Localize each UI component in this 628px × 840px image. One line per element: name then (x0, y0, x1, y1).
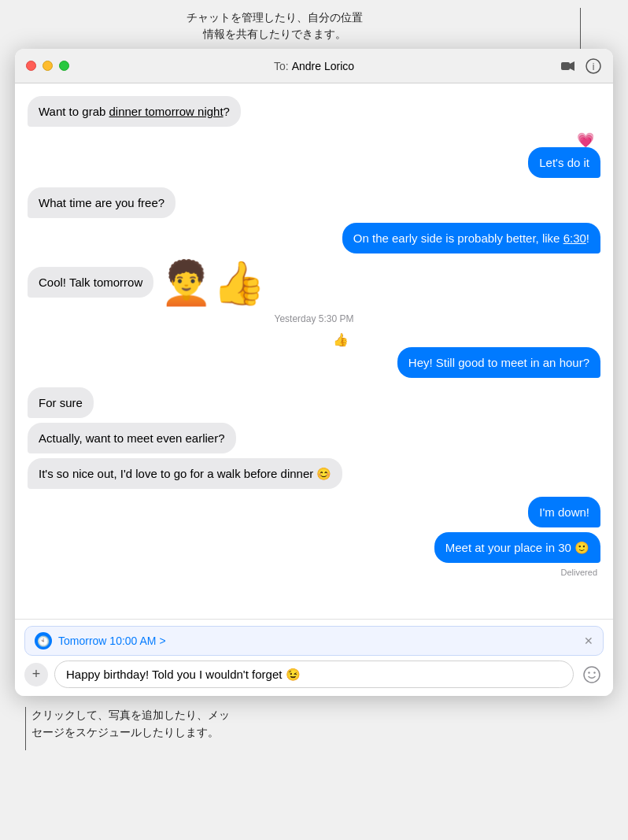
titlebar: To: Andre Lorico i (15, 49, 613, 83)
svg-text:i: i (593, 61, 595, 72)
message-row: Let's do it (28, 147, 600, 178)
message-row: On the early side is probably better, li… (28, 223, 600, 253)
messages-window: To: Andre Lorico i Want to grab dinn (15, 49, 613, 696)
message-row: Cool! Talk tomorrow 🧑‍🦱👍 (28, 261, 600, 298)
message-row: For sure (28, 387, 600, 418)
scheduled-close-button[interactable]: ✕ (584, 635, 593, 647)
scheduled-clock-icon: 🕙 (35, 632, 52, 649)
message-bubble: It's so nice out, I'd love to go for a w… (28, 458, 342, 489)
titlebar-actions: i (560, 57, 602, 75)
message-input[interactable] (54, 661, 574, 688)
video-call-button[interactable] (560, 57, 577, 75)
message-bubble: I'm down! (528, 497, 600, 527)
reaction-emoji: 👍 (333, 332, 349, 347)
traffic-lights (26, 61, 69, 71)
message-bubble: Hey! Still good to meet in an hour? (397, 347, 600, 378)
input-row: + (24, 661, 604, 688)
message-bubble: On the early side is probably better, li… (342, 223, 600, 253)
scheduled-text[interactable]: Tomorrow 10:00 AM > (58, 635, 578, 647)
timestamp-row: Yesterday 5:30 PM (28, 313, 600, 324)
message-bubble: Want to grab dinner tomorrow night? (28, 96, 241, 127)
close-button[interactable] (26, 61, 36, 71)
message-row: Hey! Still good to meet in an hour? (28, 347, 600, 378)
timestamp: Yesterday 5:30 PM (275, 313, 354, 324)
maximize-button[interactable] (59, 61, 69, 71)
recipient-name: Andre Lorico (292, 60, 354, 72)
message-row: Meet at your place in 30 🙂 (28, 532, 600, 563)
recipient-label: To: Andre Lorico (274, 60, 354, 72)
to-prefix: To: (274, 60, 289, 72)
svg-marker-1 (570, 61, 574, 71)
annotation-bottom: クリックして、写真を追加したり、メッセージをスケジュールしたりします。 (0, 696, 628, 741)
reaction-emoji: 💗 (577, 131, 594, 149)
message-row: I'm down! (28, 497, 600, 527)
message-bubble: Cool! Talk tomorrow (28, 267, 153, 298)
svg-point-5 (588, 672, 589, 673)
delivered-label: Delivered (561, 568, 597, 577)
message-bubble: For sure (28, 387, 94, 418)
scheduled-bar: 🕙 Tomorrow 10:00 AM > ✕ (24, 626, 604, 656)
add-button[interactable]: + (24, 663, 48, 686)
annotation-top-text: チャットを管理したり、自分の位置情報を共有したりできます。 (187, 11, 363, 40)
messages-area: Want to grab dinner tomorrow night? 💗 Le… (15, 83, 613, 619)
emoji-picker-button[interactable] (580, 663, 604, 686)
message-row: It's so nice out, I'd love to go for a w… (28, 458, 600, 489)
svg-point-6 (593, 672, 595, 673)
message-bubble: Actually, want to meet even earlier? (28, 423, 236, 453)
message-row: Want to grab dinner tomorrow night? (28, 96, 600, 127)
info-button[interactable]: i (585, 57, 602, 75)
message-bubble: Let's do it (528, 147, 600, 178)
annotation-bottom-text: クリックして、写真を追加したり、メッセージをスケジュールしたりします。 (31, 709, 230, 738)
message-row: What time are you free? (28, 187, 600, 218)
reaction-row: 👍 (28, 332, 600, 347)
message-bubble: Meet at your place in 30 🙂 (434, 532, 600, 563)
delivered-row: Delivered (28, 568, 600, 577)
message-bubble: What time are you free? (28, 187, 175, 218)
svg-rect-0 (561, 62, 570, 70)
input-area: 🕙 Tomorrow 10:00 AM > ✕ + (15, 619, 613, 696)
annotation-top: チャットを管理したり、自分の位置情報を共有したりできます。 (0, 0, 628, 49)
minimize-button[interactable] (42, 61, 53, 71)
message-row: Actually, want to meet even earlier? (28, 423, 600, 453)
svg-point-4 (584, 667, 600, 683)
memoji-sticker: 🧑‍🦱👍 (160, 261, 265, 304)
reaction-row: 💗 (28, 131, 600, 149)
